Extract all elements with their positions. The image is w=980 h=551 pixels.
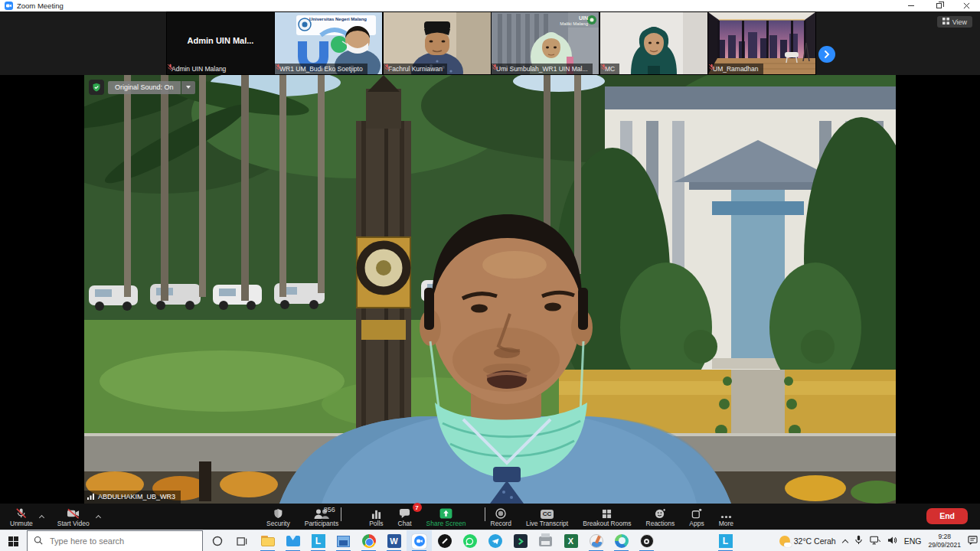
tray-volume-icon[interactable] <box>887 534 897 548</box>
participants-chevron[interactable] <box>341 508 341 522</box>
original-sound-dropdown[interactable] <box>181 81 195 94</box>
cc-icon: CC <box>541 507 554 519</box>
paint-icon <box>590 534 603 548</box>
participant-tile-fachrul[interactable]: Fachrul Kurniawan <box>384 12 491 74</box>
tray-overflow-chevron[interactable] <box>841 539 848 545</box>
minimize-button[interactable] <box>897 0 925 11</box>
share-screen-button[interactable]: Share Screen <box>423 504 480 530</box>
taskbar-pen-app[interactable] <box>432 530 457 551</box>
excel-icon: X <box>564 534 578 548</box>
record-button[interactable]: Record <box>487 504 515 530</box>
close-button[interactable] <box>952 0 980 11</box>
tray-mic-icon[interactable] <box>854 534 863 548</box>
live-transcript-button[interactable]: CC Live Transcript <box>522 504 572 530</box>
taskbar-clock[interactable]: 9:28 29/09/2021 <box>928 533 961 549</box>
edge-icon <box>615 534 629 548</box>
participant-tile-ramadhan[interactable]: UM_Ramadhan <box>708 12 815 74</box>
file-explorer-icon <box>261 536 275 546</box>
taskbar-green-app[interactable] <box>508 530 533 551</box>
chrome-icon <box>362 534 376 548</box>
weather-text: 32°C Cerah <box>794 536 836 546</box>
video-options-chevron[interactable] <box>93 504 104 530</box>
action-center-icon[interactable] <box>968 534 978 548</box>
view-button[interactable]: View <box>937 16 972 28</box>
more-button[interactable]: More <box>715 504 737 530</box>
grid-view-icon <box>942 18 949 26</box>
word-icon: W <box>387 534 401 548</box>
taskbar-lark-window[interactable]: L <box>713 530 738 551</box>
mail-icon <box>286 536 300 546</box>
taskbar-edge[interactable] <box>609 530 634 551</box>
start-button[interactable] <box>0 530 26 551</box>
obs-icon <box>640 534 654 548</box>
chat-button[interactable]: Chat 7 <box>394 504 416 530</box>
zoom-icon <box>412 534 426 549</box>
participant-tile-budi[interactable]: Universitas Negeri Malang WR1 UM_Budi Ek… <box>275 12 382 74</box>
restore-button[interactable] <box>925 0 952 11</box>
apps-button[interactable]: Apps <box>685 504 707 530</box>
unmute-button[interactable]: Unmute <box>6 504 37 530</box>
participants-button[interactable]: Participants 856 <box>301 504 358 530</box>
share-options-chevron[interactable] <box>485 508 485 522</box>
reactions-button[interactable]: Reactions <box>642 504 679 530</box>
green-arrow-icon <box>514 534 528 548</box>
taskbar-chrome[interactable] <box>356 530 381 551</box>
participant-tile-mc[interactable]: MC <box>600 12 707 74</box>
taskbar-printer[interactable] <box>533 530 558 551</box>
participants-count: 856 <box>324 506 335 514</box>
participant-name-label: MC <box>600 64 619 75</box>
mic-options-chevron[interactable] <box>37 504 47 530</box>
start-video-button[interactable]: Start Video <box>54 504 93 530</box>
original-sound-label[interactable]: Original Sound: On <box>108 81 181 94</box>
taskbar-lark[interactable]: L <box>305 530 331 551</box>
taskbar-word[interactable]: W <box>381 530 407 551</box>
taskbar-telegram[interactable] <box>482 530 508 551</box>
polls-button[interactable]: Polls <box>365 504 387 530</box>
windows-taskbar: L W <box>0 530 980 551</box>
weather-sun-icon <box>779 536 790 546</box>
task-view-button[interactable] <box>229 530 255 551</box>
search-icon <box>34 534 43 548</box>
taskbar-obs[interactable] <box>634 530 659 551</box>
bar-chart-icon <box>371 507 381 519</box>
taskbar-search[interactable] <box>27 530 203 551</box>
active-speaker-video[interactable]: Original Sound: On ABDULHAKIM_UB_WR3 <box>84 75 896 504</box>
breakout-rooms-button[interactable]: Breakout Rooms <box>579 504 635 530</box>
zoom-app-icon <box>5 2 13 10</box>
taskbar-photos[interactable] <box>331 530 356 551</box>
participant-name-label: Umi Sumbulah_WR1 UIN Mal... <box>492 64 593 75</box>
tray-network-icon[interactable] <box>870 534 880 548</box>
original-sound-badge[interactable]: Original Sound: On <box>89 80 195 95</box>
signal-bars-icon <box>87 493 95 501</box>
taskbar-mail[interactable] <box>280 530 305 551</box>
live-transcript-label: Live Transcript <box>526 520 568 527</box>
triangle-down-icon <box>186 86 191 89</box>
mic-muted-icon <box>15 507 27 519</box>
clock-time: 9:28 <box>938 533 951 541</box>
taskbar-excel[interactable]: X <box>558 530 583 551</box>
taskbar-zoom[interactable] <box>407 530 432 551</box>
taskbar-whatsapp[interactable] <box>457 530 482 551</box>
polls-label: Polls <box>369 520 383 527</box>
weather-widget[interactable]: 32°C Cerah <box>779 536 836 546</box>
clock-date: 29/09/2021 <box>928 541 961 549</box>
record-label: Record <box>491 520 511 527</box>
security-button[interactable]: Security <box>263 504 294 530</box>
apps-icon <box>691 507 702 519</box>
cortana-button[interactable] <box>204 530 230 551</box>
language-indicator[interactable]: ENG <box>904 536 922 546</box>
security-shield-icon <box>89 80 104 95</box>
search-input[interactable] <box>48 536 196 546</box>
participant-tile-umi[interactable]: UIN Maliki Malang Umi Sumbulah_WR1 UIN M… <box>492 12 599 74</box>
chat-unread-badge: 7 <box>413 503 422 512</box>
taskbar-paint[interactable] <box>583 530 609 551</box>
participant-name-label: Fachrul Kurniawan <box>384 64 447 75</box>
taskbar-file-explorer[interactable] <box>255 530 280 551</box>
printer-icon <box>539 536 552 546</box>
end-meeting-button[interactable]: End <box>926 508 968 524</box>
tile-banner-text: Universitas Negeri Malang <box>309 17 377 22</box>
video-off-icon <box>67 507 80 519</box>
reactions-label: Reactions <box>646 520 675 527</box>
next-participants-button[interactable] <box>818 46 835 63</box>
participant-tile-admin[interactable]: Admin UIN Mal... Admin UIN Malang <box>167 12 274 74</box>
